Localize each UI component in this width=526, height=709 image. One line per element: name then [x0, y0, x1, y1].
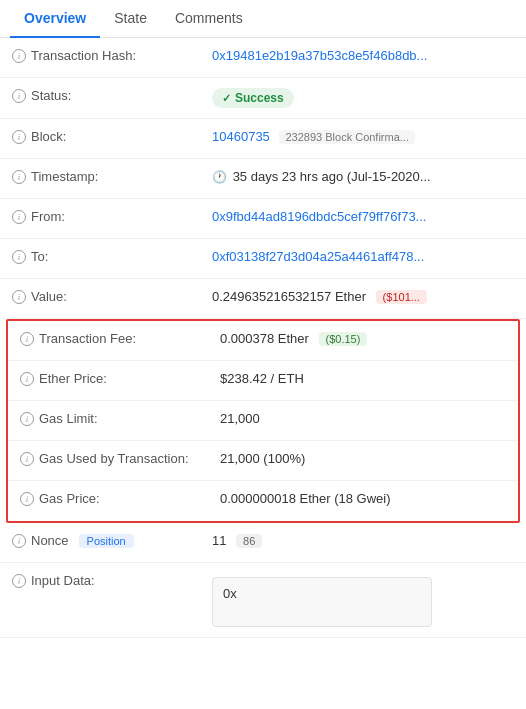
- block-confirmations: 232893 Block Confirma...: [279, 130, 415, 144]
- transaction-fee-usd-badge: ($0.15): [319, 332, 368, 346]
- input-data-value: 0x: [212, 573, 514, 627]
- gas-limit-row: i Gas Limit: 21,000: [8, 401, 518, 441]
- fee-details-section: i Transaction Fee: 0.000378 Ether ($0.15…: [6, 319, 520, 523]
- help-icon[interactable]: i: [12, 89, 26, 103]
- tab-overview[interactable]: Overview: [10, 0, 100, 38]
- value-label: i Value:: [12, 289, 212, 304]
- transaction-hash-link[interactable]: 0x19481e2b19a37b53c8e5f46b8db...: [212, 48, 427, 63]
- help-icon[interactable]: i: [12, 130, 26, 144]
- transaction-fee-label: i Transaction Fee:: [20, 331, 220, 346]
- nonce-value: 11 86: [212, 533, 514, 548]
- input-data-box: 0x: [212, 577, 432, 627]
- gas-limit-label: i Gas Limit:: [20, 411, 220, 426]
- gas-price-label: i Gas Price:: [20, 491, 220, 506]
- transaction-hash-label: i Transaction Hash:: [12, 48, 212, 63]
- help-icon[interactable]: i: [12, 250, 26, 264]
- ether-price-row: i Ether Price: $238.42 / ETH: [8, 361, 518, 401]
- nonce-label: i Nonce Position: [12, 533, 212, 548]
- help-icon[interactable]: i: [12, 49, 26, 63]
- clock-icon: 🕐: [212, 170, 227, 184]
- tab-comments[interactable]: Comments: [161, 0, 257, 38]
- status-badge: Success: [212, 88, 294, 108]
- value-usd-badge: ($101...: [376, 290, 427, 304]
- gas-price-row: i Gas Price: 0.000000018 Ether (18 Gwei): [8, 481, 518, 521]
- gas-used-row: i Gas Used by Transaction: 21,000 (100%): [8, 441, 518, 481]
- gas-price-value: 0.000000018 Ether (18 Gwei): [220, 491, 506, 506]
- help-icon[interactable]: i: [12, 534, 26, 548]
- from-value: 0x9fbd44ad8196dbdc5cef79ff76f73...: [212, 209, 514, 224]
- value-row: i Value: 0.249635216532157 Ether ($101..…: [0, 279, 526, 319]
- nonce-row: i Nonce Position 11 86: [0, 523, 526, 563]
- timestamp-value: 🕐 35 days 23 hrs ago (Jul-15-2020...: [212, 169, 514, 184]
- help-icon[interactable]: i: [20, 492, 34, 506]
- to-value: 0xf03138f27d3d04a25a4461aff478...: [212, 249, 514, 264]
- transaction-hash-value: 0x19481e2b19a37b53c8e5f46b8db...: [212, 48, 514, 63]
- help-icon[interactable]: i: [12, 170, 26, 184]
- to-label: i To:: [12, 249, 212, 264]
- transaction-hash-row: i Transaction Hash: 0x19481e2b19a37b53c8…: [0, 38, 526, 78]
- input-data-row: i Input Data: 0x: [0, 563, 526, 638]
- gas-used-label: i Gas Used by Transaction:: [20, 451, 220, 466]
- timestamp-row: i Timestamp: 🕐 35 days 23 hrs ago (Jul-1…: [0, 159, 526, 199]
- value-amount: 0.249635216532157 Ether ($101...: [212, 289, 514, 304]
- help-icon[interactable]: i: [12, 574, 26, 588]
- transaction-fee-value: 0.000378 Ether ($0.15): [220, 331, 506, 346]
- transaction-fee-row: i Transaction Fee: 0.000378 Ether ($0.15…: [8, 321, 518, 361]
- tab-state[interactable]: State: [100, 0, 161, 38]
- nonce-position-badge: Position: [79, 534, 134, 548]
- to-row: i To: 0xf03138f27d3d04a25a4461aff478...: [0, 239, 526, 279]
- gas-used-value: 21,000 (100%): [220, 451, 506, 466]
- help-icon[interactable]: i: [20, 332, 34, 346]
- from-label: i From:: [12, 209, 212, 224]
- gas-limit-value: 21,000: [220, 411, 506, 426]
- to-address-link[interactable]: 0xf03138f27d3d04a25a4461aff478...: [212, 249, 424, 264]
- help-icon[interactable]: i: [12, 290, 26, 304]
- help-icon[interactable]: i: [20, 452, 34, 466]
- block-number-link[interactable]: 10460735: [212, 129, 270, 144]
- help-icon[interactable]: i: [20, 372, 34, 386]
- status-label: i Status:: [12, 88, 212, 103]
- timestamp-label: i Timestamp:: [12, 169, 212, 184]
- block-row: i Block: 10460735 232893 Block Confirma.…: [0, 119, 526, 159]
- ether-price-label: i Ether Price:: [20, 371, 220, 386]
- tab-bar: Overview State Comments: [0, 0, 526, 38]
- block-label: i Block:: [12, 129, 212, 144]
- block-value: 10460735 232893 Block Confirma...: [212, 129, 514, 144]
- nonce-position-value: 86: [236, 534, 262, 548]
- from-address-link[interactable]: 0x9fbd44ad8196dbdc5cef79ff76f73...: [212, 209, 426, 224]
- help-icon[interactable]: i: [12, 210, 26, 224]
- input-data-label: i Input Data:: [12, 573, 212, 588]
- ether-price-value: $238.42 / ETH: [220, 371, 506, 386]
- help-icon[interactable]: i: [20, 412, 34, 426]
- status-row: i Status: Success: [0, 78, 526, 119]
- from-row: i From: 0x9fbd44ad8196dbdc5cef79ff76f73.…: [0, 199, 526, 239]
- status-value: Success: [212, 88, 514, 108]
